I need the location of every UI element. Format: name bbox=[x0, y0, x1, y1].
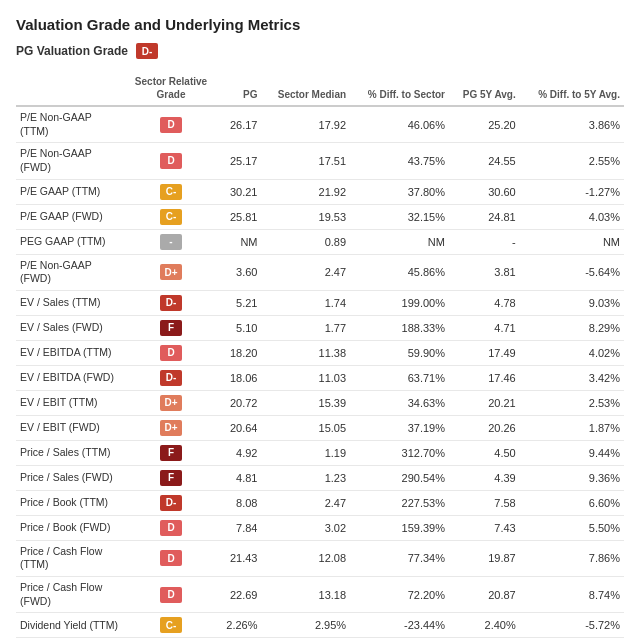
pg-value: 3.60 bbox=[216, 254, 261, 290]
table-row: Price / Sales (FWD)F4.811.23290.54%4.399… bbox=[16, 465, 624, 490]
metric-name: EV / EBIT (FWD) bbox=[16, 415, 126, 440]
metric-name: P/E Non-GAAP (TTM) bbox=[16, 106, 126, 143]
sector-grade-badge-cell: D bbox=[126, 515, 216, 540]
sector-grade-badge: D bbox=[160, 520, 182, 536]
pct-diff-sector-value: 63.71% bbox=[350, 365, 449, 390]
page-title: Valuation Grade and Underlying Metrics bbox=[16, 16, 624, 33]
pg-5y-value: 30.60 bbox=[449, 179, 520, 204]
sector-grade-badge-cell: D bbox=[126, 340, 216, 365]
table-row: P/E GAAP (FWD)C-25.8119.5332.15%24.814.0… bbox=[16, 204, 624, 229]
pct-diff-5y-value: 2.53% bbox=[520, 390, 624, 415]
pct-diff-5y-value: 3.42% bbox=[520, 365, 624, 390]
sector-grade-badge: D+ bbox=[160, 420, 182, 436]
sector-grade-badge: D bbox=[160, 550, 182, 566]
pg-5y-value: 20.21 bbox=[449, 390, 520, 415]
pg-5y-value: 19.87 bbox=[449, 540, 520, 576]
sector-median-value: 11.38 bbox=[261, 340, 350, 365]
sector-grade-badge: D bbox=[160, 117, 182, 133]
sector-grade-badge-cell: D bbox=[126, 540, 216, 576]
table-row: EV / Sales (FWD)F5.101.77188.33%4.718.29… bbox=[16, 315, 624, 340]
metric-name: Price / Book (FWD) bbox=[16, 515, 126, 540]
sector-grade-badge: C- bbox=[160, 184, 182, 200]
pg-5y-value: 4.71 bbox=[449, 315, 520, 340]
pct-diff-5y-value: 7.86% bbox=[520, 540, 624, 576]
metric-name: P/E Non-GAAP (FWD) bbox=[16, 143, 126, 179]
metric-name: EV / EBITDA (TTM) bbox=[16, 340, 126, 365]
metric-name: EV / EBIT (TTM) bbox=[16, 390, 126, 415]
pg-5y-value: - bbox=[449, 229, 520, 254]
sector-grade-badge-cell: D bbox=[126, 143, 216, 179]
metric-name: Price / Cash Flow (FWD) bbox=[16, 577, 126, 613]
pg-value: 30.21 bbox=[216, 179, 261, 204]
pg-value: 5.10 bbox=[216, 315, 261, 340]
sector-median-value: 2.47 bbox=[261, 254, 350, 290]
pg-5y-value: 7.43 bbox=[449, 515, 520, 540]
sector-grade-badge-cell: D- bbox=[126, 290, 216, 315]
table-row: P/E Non-GAAP (TTM)D26.1717.9246.06%25.20… bbox=[16, 106, 624, 143]
pct-diff-5y-value: 9.03% bbox=[520, 290, 624, 315]
metric-name: Price / Sales (FWD) bbox=[16, 465, 126, 490]
pg-5y-value: 4.50 bbox=[449, 440, 520, 465]
pct-diff-5y-value: NM bbox=[520, 229, 624, 254]
sector-median-value: 17.51 bbox=[261, 143, 350, 179]
sector-grade-badge-cell: D bbox=[126, 577, 216, 613]
pct-diff-sector-value: 199.00% bbox=[350, 290, 449, 315]
sector-grade-badge-cell: D+ bbox=[126, 254, 216, 290]
sector-grade-badge-cell: F bbox=[126, 465, 216, 490]
col-pct-diff-5y: % Diff. to 5Y Avg. bbox=[520, 71, 624, 106]
pct-diff-5y-value: 2.55% bbox=[520, 143, 624, 179]
table-row: P/E GAAP (TTM)C-30.2121.9237.80%30.60-1.… bbox=[16, 179, 624, 204]
col-sector-median: Sector Median bbox=[261, 71, 350, 106]
sector-grade-badge: D bbox=[160, 153, 182, 169]
table-row: EV / EBIT (FWD)D+20.6415.0537.19%20.261.… bbox=[16, 415, 624, 440]
pct-diff-sector-value: 159.39% bbox=[350, 515, 449, 540]
table-row: EV / EBIT (TTM)D+20.7215.3934.63%20.212.… bbox=[16, 390, 624, 415]
metric-name: P/E GAAP (TTM) bbox=[16, 179, 126, 204]
pg-value: 26.17 bbox=[216, 106, 261, 143]
table-row: Price / Book (FWD)D7.843.02159.39%7.435.… bbox=[16, 515, 624, 540]
pct-diff-5y-value: 1.87% bbox=[520, 415, 624, 440]
sector-grade-badge: D bbox=[160, 587, 182, 603]
sector-median-value: 3.02 bbox=[261, 515, 350, 540]
metric-name: EV / Sales (TTM) bbox=[16, 290, 126, 315]
sector-median-value: 2.95% bbox=[261, 613, 350, 638]
sector-median-value: 13.18 bbox=[261, 577, 350, 613]
pg-5y-value: 25.20 bbox=[449, 106, 520, 143]
pg-grade-label: PG Valuation Grade bbox=[16, 44, 128, 58]
metrics-table: Sector Relative Grade PG Sector Median %… bbox=[16, 71, 624, 638]
sector-median-value: 15.05 bbox=[261, 415, 350, 440]
table-row: Price / Cash Flow (TTM)D21.4312.0877.34%… bbox=[16, 540, 624, 576]
sector-median-value: 19.53 bbox=[261, 204, 350, 229]
sector-grade-badge-cell: F bbox=[126, 315, 216, 340]
pct-diff-5y-value: 8.74% bbox=[520, 577, 624, 613]
table-row: P/E Non-GAAP (FWD)D25.1717.5143.75%24.55… bbox=[16, 143, 624, 179]
pct-diff-5y-value: 9.44% bbox=[520, 440, 624, 465]
pg-value: 4.81 bbox=[216, 465, 261, 490]
col-sector-grade: Sector Relative Grade bbox=[126, 71, 216, 106]
sector-grade-badge-cell: D+ bbox=[126, 415, 216, 440]
sector-median-value: 1.77 bbox=[261, 315, 350, 340]
table-row: EV / EBITDA (FWD)D-18.0611.0363.71%17.46… bbox=[16, 365, 624, 390]
pct-diff-5y-value: -5.72% bbox=[520, 613, 624, 638]
pct-diff-sector-value: -23.44% bbox=[350, 613, 449, 638]
pct-diff-5y-value: -1.27% bbox=[520, 179, 624, 204]
sector-grade-badge: F bbox=[160, 445, 182, 461]
col-pct-diff-sector: % Diff. to Sector bbox=[350, 71, 449, 106]
pg-5y-value: 24.81 bbox=[449, 204, 520, 229]
pg-5y-value: 20.26 bbox=[449, 415, 520, 440]
metric-name: Price / Book (TTM) bbox=[16, 490, 126, 515]
pg-5y-value: 17.49 bbox=[449, 340, 520, 365]
pg-value: 8.08 bbox=[216, 490, 261, 515]
pct-diff-5y-value: 3.86% bbox=[520, 106, 624, 143]
pct-diff-sector-value: 34.63% bbox=[350, 390, 449, 415]
sector-grade-badge: F bbox=[160, 320, 182, 336]
sector-grade-badge-cell: D+ bbox=[126, 390, 216, 415]
sector-grade-badge: D- bbox=[160, 495, 182, 511]
pct-diff-sector-value: 37.19% bbox=[350, 415, 449, 440]
pct-diff-sector-value: 188.33% bbox=[350, 315, 449, 340]
sector-grade-badge-cell: C- bbox=[126, 204, 216, 229]
pct-diff-sector-value: 290.54% bbox=[350, 465, 449, 490]
pct-diff-sector-value: 43.75% bbox=[350, 143, 449, 179]
table-header-row: Sector Relative Grade PG Sector Median %… bbox=[16, 71, 624, 106]
table-row: Price / Cash Flow (FWD)D22.6913.1872.20%… bbox=[16, 577, 624, 613]
